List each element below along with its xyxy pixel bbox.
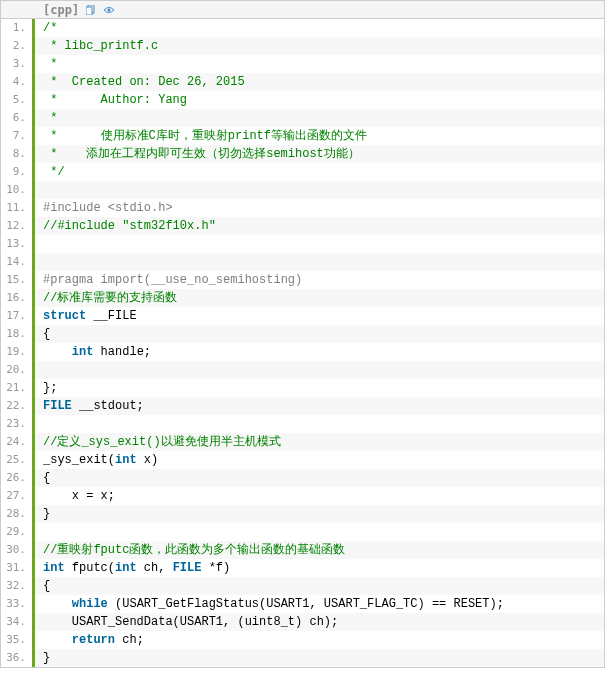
line-number: 22. <box>1 397 32 415</box>
line-number: 27. <box>1 487 32 505</box>
code-line: * Created on: Dec 26, 2015 <box>35 73 604 91</box>
code-token: FILE <box>173 561 202 575</box>
code-token: return <box>72 633 115 647</box>
line-number: 13. <box>1 235 32 253</box>
line-number: 30. <box>1 541 32 559</box>
line-number: 18. <box>1 325 32 343</box>
line-number: 9. <box>1 163 32 181</box>
code-token: //#include "stm32f10x.h" <box>43 219 216 233</box>
code-line: //#include "stm32f10x.h" <box>35 217 604 235</box>
code-token: struct <box>43 309 86 323</box>
code-token <box>43 633 72 647</box>
code-line: FILE __stdout; <box>35 397 604 415</box>
code-line: #include <stdio.h> <box>35 199 604 217</box>
code-token: *f) <box>201 561 230 575</box>
code-token: { <box>43 327 50 341</box>
code-line: /* <box>35 19 604 37</box>
line-number: 35. <box>1 631 32 649</box>
code-token: } <box>43 507 50 521</box>
line-number: 2. <box>1 37 32 55</box>
view-icon[interactable] <box>103 4 115 16</box>
code-token <box>43 255 57 269</box>
code-token <box>43 363 57 377</box>
code-token: * 使用标准C库时，重映射printf等输出函数的文件 <box>43 129 367 143</box>
code-token: * <box>43 111 57 125</box>
code-token: } <box>43 651 50 665</box>
code-line <box>35 523 604 541</box>
line-number: 11. <box>1 199 32 217</box>
line-number: 15. <box>1 271 32 289</box>
code-line: return ch; <box>35 631 604 649</box>
code-line: //标准库需要的支持函数 <box>35 289 604 307</box>
code-line: while (USART_GetFlagStatus(USART1, USART… <box>35 595 604 613</box>
code-line: * Author: Yang <box>35 91 604 109</box>
code-token: #include <stdio.h> <box>43 201 173 215</box>
code-token: //重映射fputc函数，此函数为多个输出函数的基础函数 <box>43 543 345 557</box>
code-line: x = x; <box>35 487 604 505</box>
code-line <box>35 235 604 253</box>
line-number: 21. <box>1 379 32 397</box>
svg-rect-1 <box>86 7 92 15</box>
line-number: 4. <box>1 73 32 91</box>
code-token: }; <box>43 381 57 395</box>
code-token: * <box>43 57 57 71</box>
line-number: 34. <box>1 613 32 631</box>
code-body: 1.2.3.4.5.6.7.8.9.10.11.12.13.14.15.16.1… <box>1 19 604 667</box>
code-line: */ <box>35 163 604 181</box>
line-number: 23. <box>1 415 32 433</box>
line-number: 36. <box>1 649 32 667</box>
code-token: /* <box>43 21 57 35</box>
code-line: USART_SendData(USART1, (uint8_t) ch); <box>35 613 604 631</box>
code-token: x = x; <box>43 489 115 503</box>
code-token: __stdout; <box>72 399 144 413</box>
code-token: ch; <box>115 633 144 647</box>
line-number: 12. <box>1 217 32 235</box>
code-line <box>35 181 604 199</box>
code-line: }; <box>35 379 604 397</box>
code-token: handle; <box>93 345 151 359</box>
code-token: * Author: Yang <box>43 93 187 107</box>
line-number: 17. <box>1 307 32 325</box>
code-line: int handle; <box>35 343 604 361</box>
line-number: 28. <box>1 505 32 523</box>
code-token <box>43 237 57 251</box>
code-line: * <box>35 55 604 73</box>
code-line: } <box>35 649 604 667</box>
code-token <box>43 417 57 431</box>
line-number: 16. <box>1 289 32 307</box>
language-tag: [cpp] <box>43 3 79 17</box>
line-number: 14. <box>1 253 32 271</box>
code-line: //重映射fputc函数，此函数为多个输出函数的基础函数 <box>35 541 604 559</box>
line-number: 7. <box>1 127 32 145</box>
line-number: 26. <box>1 469 32 487</box>
code-token: #pragma import(__use_no_semihosting) <box>43 273 302 287</box>
code-token: int <box>115 453 137 467</box>
code-token: * Created on: Dec 26, 2015 <box>43 75 245 89</box>
code-line: int fputc(int ch, FILE *f) <box>35 559 604 577</box>
code-token: { <box>43 471 50 485</box>
code-token: * libc_printf.c <box>43 39 158 53</box>
code-token <box>43 525 57 539</box>
code-token: x) <box>137 453 159 467</box>
code-token: __FILE <box>86 309 136 323</box>
code-token: */ <box>43 165 65 179</box>
copy-icon[interactable] <box>85 4 97 16</box>
code-line: * 使用标准C库时，重映射printf等输出函数的文件 <box>35 127 604 145</box>
line-number: 5. <box>1 91 32 109</box>
code-token <box>43 183 57 197</box>
code-line: _sys_exit(int x) <box>35 451 604 469</box>
code-line: { <box>35 577 604 595</box>
code-line: * 添加在工程内即可生效（切勿选择semihost功能） <box>35 145 604 163</box>
code-content[interactable]: /* * libc_printf.c * * Created on: Dec 2… <box>35 19 604 667</box>
line-number: 19. <box>1 343 32 361</box>
code-token: USART_SendData(USART1, (uint8_t) ch); <box>43 615 338 629</box>
code-line: { <box>35 469 604 487</box>
code-token: _sys_exit( <box>43 453 115 467</box>
code-token: (USART_GetFlagStatus(USART1, USART_FLAG_… <box>108 597 504 611</box>
line-number: 33. <box>1 595 32 613</box>
line-number: 29. <box>1 523 32 541</box>
code-line: //定义_sys_exit()以避免使用半主机模式 <box>35 433 604 451</box>
svg-point-2 <box>108 8 111 11</box>
code-token: //标准库需要的支持函数 <box>43 291 177 305</box>
code-line: * libc_printf.c <box>35 37 604 55</box>
